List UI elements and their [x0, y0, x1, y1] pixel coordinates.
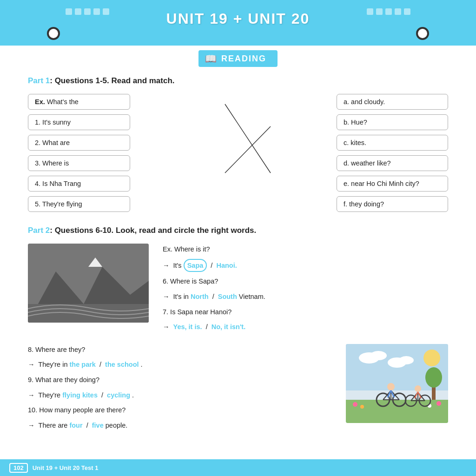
svg-point-19: [425, 367, 442, 388]
part2-questions-lower: 8. Where are they? → They're in the park…: [28, 344, 332, 435]
part2-top-content: Ex. Where is it? → It's Sapa / Hanoi. 6.…: [28, 244, 448, 337]
q-ex-block: Ex. Where is it?: [163, 244, 448, 255]
q10-suffix: people.: [106, 422, 128, 429]
deco-right: [367, 8, 410, 15]
left-1-text: 1. It's sunny: [35, 119, 71, 126]
reading-label-container: 📖 READING: [0, 50, 476, 67]
q9-arrow: →: [28, 391, 35, 399]
right-a-text: a. and cloudy.: [344, 98, 385, 106]
q9-opt1: flying kites: [62, 391, 98, 399]
part1-heading-rest: : Questions 1-5. Read and match.: [50, 76, 174, 85]
q7-slash: /: [206, 323, 210, 331]
q6-suffix: Vietnam.: [239, 293, 265, 300]
q6-south: South: [218, 293, 237, 300]
svg-point-15: [360, 405, 364, 409]
truck-body: UNIT 19 + UNIT 20: [28, 4, 447, 33]
part2-heading-rest: : Questions 6-10. Look, read and circle …: [50, 226, 256, 235]
right-b-text: b. Hue?: [344, 119, 367, 126]
svg-point-14: [353, 402, 357, 407]
left-4-text: 4. Is Nha Trang: [35, 180, 81, 187]
left-5-text: 5. They're flying: [35, 200, 82, 208]
left-item-2: 2. What are: [28, 135, 130, 151]
reading-label: 📖 READING: [198, 50, 278, 67]
q-ex-circle: Sapa: [184, 259, 207, 272]
q8-block: 8. Where are they?: [28, 344, 332, 356]
q7-text: 7. Is Sapa near Hanoi?: [163, 308, 231, 316]
svg-point-12: [399, 356, 414, 364]
q9-prefix: They're: [38, 391, 62, 399]
q6-arrow: →: [163, 293, 170, 300]
cycling-image: [346, 344, 448, 423]
main-content: Part 1: Questions 1-5. Read and match. E…: [0, 76, 476, 463]
q9-answer: → They're flying kites / cycling .: [28, 390, 332, 401]
q8-suffix: .: [141, 361, 143, 368]
q6-north: North: [191, 293, 209, 300]
q8-arrow: →: [28, 361, 35, 368]
q7-opt1: Yes, it is.: [173, 323, 202, 331]
left-item-ex: Ex. What's the: [28, 94, 130, 110]
q6-prefix: It's in: [173, 293, 191, 300]
header-banner: UNIT 19 + UNIT 20: [0, 0, 476, 37]
deco-left: [66, 8, 109, 15]
part2-lower: 8. Where are they? → They're in the park…: [28, 344, 448, 435]
left-item-3: 3. Where is: [28, 155, 130, 171]
q-ex-arrow: →: [163, 262, 170, 269]
q8-opt1: the park: [70, 361, 96, 368]
q8-prefix: They're in: [38, 361, 69, 368]
header-title: UNIT 19 + UNIT 20: [166, 10, 310, 27]
q8-answer: → They're in the park / the school .: [28, 359, 332, 370]
right-item-f: f. they doing?: [337, 196, 448, 212]
q10-prefix: There are: [39, 422, 70, 429]
left-3-text: 3. Where is: [35, 159, 69, 167]
right-item-c: c. kites.: [337, 135, 448, 151]
right-c-text: c. kites.: [344, 139, 366, 146]
q7-answer: → Yes, it is. / No, it isn't.: [163, 321, 448, 333]
q7-arrow: →: [163, 323, 170, 331]
right-d-text: d. weather like?: [344, 159, 391, 167]
truck-wheel-left: [47, 27, 60, 40]
truck-wheel-right: [416, 27, 429, 40]
q8-opt2: the school: [105, 361, 139, 368]
q9-suffix: .: [132, 391, 134, 399]
q10-answer: → There are four / five people.: [28, 420, 332, 431]
part2-questions-right: Ex. Where is it? → It's Sapa / Hanoi. 6.…: [163, 244, 448, 337]
right-item-a: a. and cloudy.: [337, 94, 448, 110]
left-ex-text: What's the: [47, 98, 79, 106]
svg-point-10: [370, 351, 387, 360]
q-ex-text: Ex. Where is it?: [163, 245, 210, 253]
svg-line-0: [225, 104, 271, 173]
svg-rect-13: [346, 400, 448, 423]
left-column: Ex. What's the 1. It's sunny 2. What are…: [28, 94, 130, 212]
q7-block: 7. Is Sapa near Hanoi?: [163, 306, 448, 318]
q-ex-slash: /: [211, 262, 212, 269]
q6-text: 6. Where is Sapa?: [163, 278, 218, 285]
q-ex-prefix: It's: [173, 262, 184, 269]
q10-opt1: four: [69, 422, 82, 429]
q-ex-answer: → It's Sapa / Hanoi.: [163, 259, 448, 272]
q-ex-answer-blue: Hanoi.: [216, 262, 237, 269]
q10-block: 10. How many people are there?: [28, 404, 332, 416]
svg-point-26: [387, 383, 395, 390]
q8-slash: /: [99, 361, 103, 368]
q9-text: 9. What are they doing?: [28, 376, 99, 383]
right-item-b: b. Hue?: [337, 114, 448, 130]
mountain-image-container: [28, 244, 149, 337]
left-2-text: 2. What are: [35, 139, 70, 146]
page-number: 102: [9, 463, 28, 473]
left-ex-label: Ex.: [35, 98, 45, 106]
left-item-5: 5. They're flying: [28, 196, 130, 212]
svg-point-35: [415, 385, 421, 392]
part2-section: Part 2: Questions 6-10. Look, read and c…: [28, 226, 448, 435]
reading-text: READING: [221, 54, 266, 64]
matching-container: Ex. What's the 1. It's sunny 2. What are…: [28, 94, 448, 212]
right-column: a. and cloudy. b. Hue? c. kites. d. weat…: [337, 94, 448, 212]
part2-heading: Part 2: Questions 6-10. Look, read and c…: [28, 226, 448, 235]
part1-heading: Part 1: Questions 1-5. Read and match.: [28, 76, 448, 86]
right-item-e: e. near Ho Chi Minh city?: [337, 176, 448, 192]
mountain-image: [28, 244, 149, 323]
q6-answer: → It's in North / South Vietnam.: [163, 291, 448, 303]
q10-text: 10. How many people are there?: [28, 406, 126, 414]
svg-point-16: [436, 401, 441, 406]
q6-slash: /: [212, 293, 216, 300]
book-icon: 📖: [205, 53, 218, 64]
